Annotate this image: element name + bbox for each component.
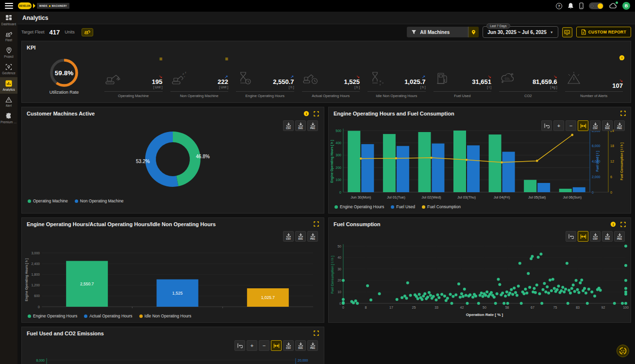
scatter-point[interactable] xyxy=(566,262,568,265)
scatter-point[interactable] xyxy=(535,283,538,286)
fleet-list-button[interactable] xyxy=(82,28,93,36)
insight-report-button[interactable] xyxy=(562,27,572,37)
scatter-point[interactable] xyxy=(572,283,575,286)
scatter-point[interactable] xyxy=(378,292,381,295)
scatter-point[interactable] xyxy=(593,295,596,298)
sidebar-item-dashboard[interactable]: Dashboard xyxy=(0,12,17,28)
scatter-point[interactable] xyxy=(543,282,546,285)
help-icon[interactable]: ? xyxy=(556,3,562,9)
scatter-point[interactable] xyxy=(484,294,487,297)
scatter-point[interactable] xyxy=(451,302,453,305)
scatter-point[interactable] xyxy=(579,281,582,284)
reset-zoom-button[interactable] xyxy=(541,120,552,131)
reset-zoom-button[interactable] xyxy=(566,231,576,242)
legend-item[interactable]: Engine Operating Hours xyxy=(28,314,77,318)
notifications-bell-icon[interactable] xyxy=(568,2,574,9)
scatter-point[interactable] xyxy=(546,285,549,288)
download-png-button[interactable]: PNG xyxy=(614,231,625,242)
scatter-point[interactable] xyxy=(570,287,573,290)
legend-item[interactable]: Actual Operating Hours xyxy=(84,314,132,318)
scatter-point[interactable] xyxy=(547,292,550,295)
scatter-point[interactable] xyxy=(534,291,537,294)
pan-select-button[interactable] xyxy=(271,340,282,351)
scatter-point[interactable] xyxy=(497,278,500,281)
scatter-point[interactable] xyxy=(583,287,586,290)
zoom-out-button[interactable]: − xyxy=(259,340,269,351)
scatter-point[interactable] xyxy=(342,279,345,282)
download-png-button[interactable]: PNG xyxy=(307,120,318,131)
scatter-point[interactable] xyxy=(480,292,483,295)
scatter-point[interactable] xyxy=(401,296,403,299)
scatter-point[interactable] xyxy=(538,292,541,295)
scatter-point[interactable] xyxy=(451,295,454,298)
scatter-point[interactable] xyxy=(560,289,563,292)
download-csv-button[interactable]: CSV xyxy=(283,231,294,242)
scatter-point[interactable] xyxy=(418,293,421,296)
scatter-point[interactable] xyxy=(502,302,505,305)
machine-list-icon[interactable]: ≡ xyxy=(159,56,162,61)
download-svg-button[interactable]: SVG xyxy=(602,120,613,131)
scatter-point[interactable] xyxy=(449,293,452,296)
scatter-point[interactable] xyxy=(457,282,460,285)
bar-fuel-used[interactable] xyxy=(573,187,585,192)
bar-engine-hours[interactable] xyxy=(418,132,431,192)
scatter-point[interactable] xyxy=(420,298,423,301)
scatter-point[interactable] xyxy=(525,292,528,295)
reset-zoom-button[interactable] xyxy=(234,340,245,351)
scatter-point[interactable] xyxy=(443,295,446,298)
pan-select-button[interactable] xyxy=(578,120,588,131)
scatter-point[interactable] xyxy=(342,298,345,301)
scatter-point[interactable] xyxy=(423,292,426,295)
scatter-point[interactable] xyxy=(553,287,556,290)
bar-engine-hours[interactable] xyxy=(559,189,572,192)
scatter-point[interactable] xyxy=(624,245,627,248)
machine-filter-select[interactable]: All Machines xyxy=(407,27,479,37)
scatter-point[interactable] xyxy=(477,302,480,305)
scatter-point[interactable] xyxy=(567,302,569,305)
scatter-point[interactable] xyxy=(585,292,587,295)
scatter-point[interactable] xyxy=(575,279,578,282)
scatter-point[interactable] xyxy=(429,294,432,297)
scatter-point[interactable] xyxy=(446,297,449,300)
scatter-point[interactable] xyxy=(352,301,355,304)
scatter-point[interactable] xyxy=(577,291,580,294)
scatter-point[interactable] xyxy=(624,264,627,267)
scatter-point[interactable] xyxy=(510,288,513,291)
scatter-point[interactable] xyxy=(405,297,408,300)
scatter-point[interactable] xyxy=(440,293,443,296)
bar-engine-hours[interactable] xyxy=(524,180,536,192)
sidebar-item-alert[interactable]: Alert xyxy=(0,94,17,110)
scatter-point[interactable] xyxy=(490,291,493,294)
scatter-point[interactable] xyxy=(613,302,616,305)
scatter-point[interactable] xyxy=(436,294,439,297)
bar-engine-hours[interactable] xyxy=(383,134,396,192)
download-png-button[interactable]: PNG xyxy=(307,340,318,351)
pan-select-button[interactable] xyxy=(578,231,588,242)
scatter-point[interactable] xyxy=(523,292,526,295)
scatter-point[interactable] xyxy=(432,295,435,298)
scatter-point[interactable] xyxy=(624,302,627,305)
scatter-point[interactable] xyxy=(369,298,372,301)
scatter-point[interactable] xyxy=(396,298,399,301)
line-point[interactable] xyxy=(501,161,503,164)
download-svg-button[interactable]: SVG xyxy=(295,340,306,351)
scatter-point[interactable] xyxy=(459,296,462,298)
user-avatar[interactable]: B xyxy=(622,2,630,10)
scatter-point[interactable] xyxy=(544,290,547,293)
scatter-point[interactable] xyxy=(354,299,357,302)
scatter-point[interactable] xyxy=(426,296,429,298)
scatter-point[interactable] xyxy=(524,288,527,291)
scatter-point[interactable] xyxy=(621,302,624,305)
legend-item[interactable]: Idle Non Operating Hours xyxy=(139,314,191,318)
download-png-button[interactable]: PNG xyxy=(614,120,625,131)
scatter-point[interactable] xyxy=(417,298,419,300)
scatter-point[interactable] xyxy=(569,292,572,295)
scatter-point[interactable] xyxy=(550,289,553,292)
scatter-point[interactable] xyxy=(342,301,345,304)
chatbot-fab[interactable] xyxy=(617,345,629,357)
scatter-point[interactable] xyxy=(587,288,590,291)
scatter-point[interactable] xyxy=(514,291,517,294)
scatter-point[interactable] xyxy=(406,281,409,284)
scatter-point[interactable] xyxy=(539,253,542,256)
scatter-point[interactable] xyxy=(557,285,560,288)
